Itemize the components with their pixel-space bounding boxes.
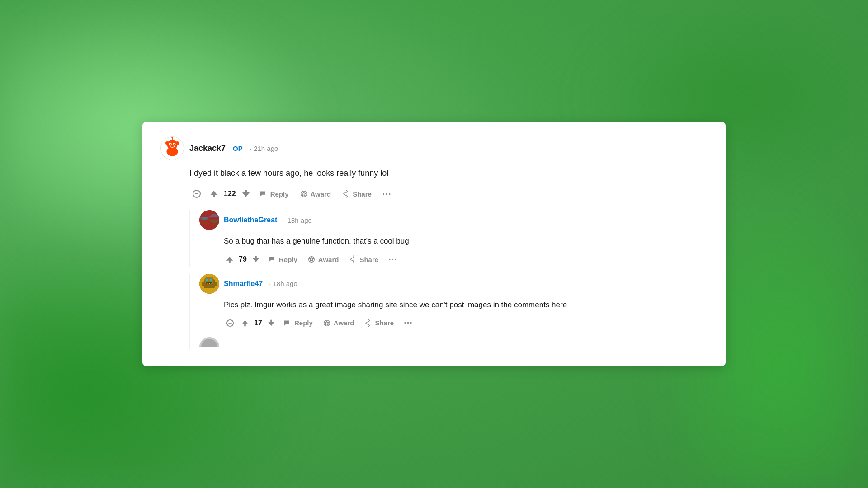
avatar-shmarfle [199, 274, 219, 294]
share-button-shmarfle[interactable]: Share [360, 316, 397, 330]
timestamp-bowties: · 18h ago [283, 216, 312, 224]
svg-marker-32 [325, 321, 329, 325]
award-button-bowties[interactable]: Award [304, 253, 343, 266]
comment-card: Jackack7 OP · 21h ago I dyed it black a … [142, 122, 726, 366]
share-button-jackack[interactable]: Share [338, 187, 375, 201]
action-bar-shmarfle: 17 Reply Award [224, 316, 708, 330]
svg-point-3 [165, 141, 169, 145]
avatar-jackack [160, 136, 184, 160]
avatar-bowties [199, 210, 219, 230]
svg-rect-22 [210, 279, 212, 281]
reply-button-bowties[interactable]: Reply [264, 253, 301, 266]
collapse-button-jackack[interactable] [189, 187, 204, 201]
timestamp-jackack: · 21h ago [250, 145, 278, 152]
op-badge: OP [233, 145, 243, 152]
vote-count-jackack: 122 [224, 190, 236, 198]
downvote-button-jackack[interactable] [240, 188, 252, 200]
svg-rect-24 [207, 283, 208, 284]
comment-text-bowties: So a bug that has a genuine function, th… [224, 235, 708, 247]
username-bowties[interactable]: BowtietheGreat [224, 216, 277, 224]
comment-text-shmarfle: Pics plz. Imgur works as a great image s… [224, 299, 708, 311]
svg-rect-27 [202, 282, 204, 286]
svg-rect-21 [206, 279, 208, 281]
more-button-bowties[interactable]: ··· [385, 253, 401, 267]
comment-header-jackack: Jackack7 OP · 21h ago [160, 136, 708, 160]
upvote-button-shmarfle[interactable] [239, 317, 251, 329]
reply-button-jackack[interactable]: Reply [256, 187, 292, 201]
username-shmarfle[interactable]: Shmarfle47 [224, 280, 263, 288]
more-button-shmarfle[interactable]: ··· [400, 316, 416, 330]
upvote-button-bowties[interactable] [224, 253, 236, 265]
share-button-bowties[interactable]: Share [345, 253, 382, 266]
svg-rect-25 [209, 283, 210, 284]
svg-point-2 [167, 140, 178, 150]
award-button-shmarfle[interactable]: Award [319, 316, 358, 330]
svg-rect-28 [215, 282, 217, 286]
timestamp-shmarfle: · 18h ago [269, 280, 297, 287]
svg-point-8 [174, 144, 175, 145]
vote-count-shmarfle: 17 [254, 319, 263, 327]
partial-avatar-image [199, 337, 219, 347]
vote-count-bowties: 79 [238, 255, 247, 263]
username-jackack[interactable]: Jackack7 [189, 144, 226, 153]
more-button-jackack[interactable]: ··· [379, 187, 395, 201]
upvote-button-jackack[interactable] [208, 188, 220, 200]
downvote-button-bowties[interactable] [250, 253, 262, 265]
comment-header-shmarfle: Shmarfle47 · 18h ago [199, 274, 708, 294]
downvote-button-shmarfle[interactable] [265, 317, 277, 329]
svg-point-4 [176, 141, 179, 145]
reply-button-shmarfle[interactable]: Reply [280, 316, 316, 330]
action-bar-bowties: 79 Reply Award [224, 253, 708, 267]
svg-marker-17 [309, 258, 313, 262]
svg-point-7 [170, 144, 171, 145]
comment-header-bowties: BowtietheGreat · 18h ago [199, 210, 708, 230]
nested-comment-bowties: BowtietheGreat · 18h ago So a bug that h… [199, 210, 708, 267]
action-bar-jackack: 122 Reply Award [189, 187, 708, 201]
top-comment: Jackack7 OP · 21h ago I dyed it black a … [160, 136, 708, 205]
partial-avatar-bottom [199, 337, 708, 349]
svg-marker-14 [302, 192, 306, 196]
thread-container-shmarfle: Shmarfle47 · 18h ago Pics plz. Imgur wor… [189, 274, 708, 349]
collapse-button-shmarfle[interactable] [224, 317, 236, 329]
nested-comment-shmarfle: Shmarfle47 · 18h ago Pics plz. Imgur wor… [199, 274, 708, 330]
thread-container: BowtietheGreat · 18h ago So a bug that h… [189, 210, 708, 267]
award-button-jackack[interactable]: Award [296, 187, 335, 201]
comment-text-jackack: I dyed it black a few hours ago, he look… [189, 167, 708, 179]
svg-rect-26 [211, 283, 212, 284]
